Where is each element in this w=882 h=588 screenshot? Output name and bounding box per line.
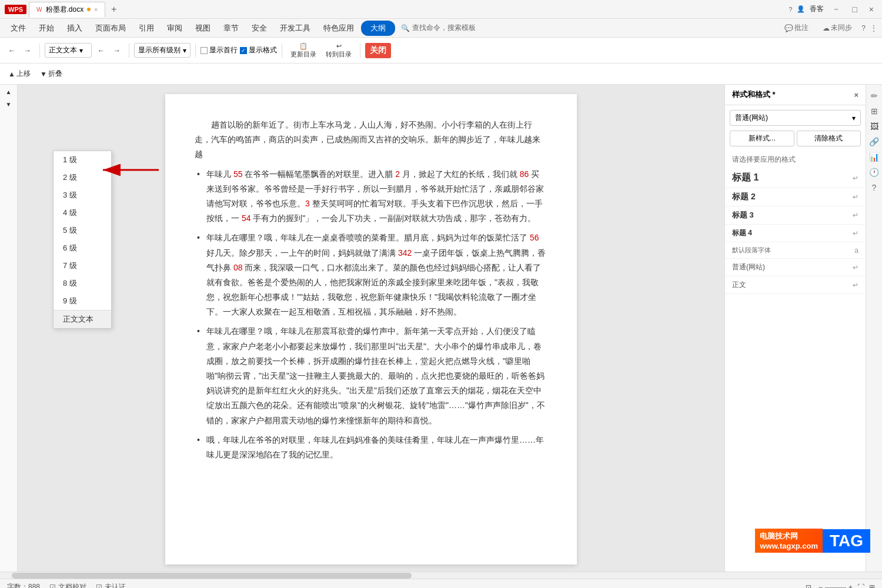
menu-outline[interactable]: 大纲 [361,21,395,36]
document-paper: 趟首以盼的新年近了。街市上车水马龙，人山人海，好不热闹。小小行李箱的人在街上行走… [165,94,577,564]
menu-view[interactable]: 视图 [189,21,216,36]
sidebar-image-icon[interactable]: 🖼 [868,120,881,133]
style-enter-icon-7: ↵ [853,281,858,289]
right-panel-close-button[interactable]: × [854,91,858,99]
outline-level-dropdown[interactable]: 显示所有级别 ▾ [134,43,191,58]
toolbar-forward-btn[interactable]: → [21,45,35,56]
style-enter-icon-2: ↵ [853,193,858,201]
menu-layout[interactable]: 页面布局 [89,21,132,36]
sync-button[interactable]: ☁ 未同步 [818,22,857,34]
sidebar-help-icon[interactable]: ? [868,181,881,194]
menu-special[interactable]: 特色应用 [318,21,360,36]
menu-review[interactable]: 审阅 [161,21,188,36]
level-4-option[interactable]: 4 级 [54,204,111,222]
left-panel-down[interactable]: ▼ [2,99,15,109]
menu-section[interactable]: 章节 [218,21,245,36]
style-normal[interactable]: 普通(网站) ↵ [725,259,866,276]
style-enter-icon-4: ↵ [853,229,858,238]
fullscreen-button[interactable]: ⛶ [857,583,864,589]
show-firstline-checkbox[interactable]: 显示首行 [201,45,238,55]
level-7-option[interactable]: 7 级 [54,257,111,275]
level-5-option[interactable]: 5 级 [54,222,111,239]
fold-button[interactable]: ▼ 折叠 [36,67,66,81]
window-minimize-button[interactable]: － [828,3,844,16]
cert-status[interactable]: ☑ 未认证 [96,582,126,588]
zoom-slider[interactable]: ▬▬▬ [825,583,846,589]
style-h1[interactable]: 标题 1 ↵ [725,168,866,188]
sidebar-table-icon[interactable]: ⊞ [868,105,881,118]
comment-button[interactable]: 💬 批注 [780,22,813,34]
document-area[interactable]: 趟首以盼的新年近了。街市上车水马龙，人山人海，好不热闹。小小行李箱的人在街上行走… [18,85,724,572]
level-9-option[interactable]: 9 级 [54,292,111,310]
level-1-option[interactable]: 1 级 [54,151,111,169]
menu-insert[interactable]: 插入 [61,21,88,36]
zoom-fit-button[interactable]: ⊡ [806,583,814,589]
zoom-out-button[interactable]: − [818,583,823,589]
menu-search[interactable]: 🔍 查找命令，搜索模板 [401,23,476,33]
window-close-button[interactable]: × [866,4,877,15]
close-outline-button[interactable]: 关闭 [365,43,391,58]
menu-security[interactable]: 安全 [246,21,273,36]
help-menu-icon[interactable]: ? [861,24,866,32]
move-up-button[interactable]: ▲ 上移 [5,67,34,81]
level-body-option[interactable]: 正文文本 [54,310,111,328]
promote-level-btn[interactable]: ← [94,45,108,56]
menu-developer[interactable]: 开发工具 [274,21,316,36]
word-count-label: 字数：888 [7,582,40,588]
document-tab[interactable]: W 粉墨君.docx × [29,2,105,17]
fold-icon: ▼ [40,70,47,78]
cert-label: 未认证 [105,582,126,588]
style-h3[interactable]: 标题 3 ↵ [725,206,866,225]
style-select-chevron: ▾ [852,114,856,122]
toolbar-back-btn[interactable]: ← [5,45,19,56]
show-options: 显示首行 ✓ 显示格式 [201,45,277,55]
cert-icon: ☑ [96,583,102,589]
style-h4[interactable]: 标题 4 ↵ [725,225,866,242]
sidebar-clock-icon[interactable]: 🕐 [868,166,881,179]
compare-status[interactable]: ☑ 文档校对 [49,582,86,588]
style-default-font[interactable]: 默认段落字体 a [725,242,866,259]
zoom-controls[interactable]: − ▬▬▬ + [818,583,853,589]
help-icon[interactable]: ? [789,6,792,13]
scroll-thumb[interactable] [12,573,412,579]
doc-icon: W [36,6,42,13]
show-format-checkbox[interactable]: ✓ 显示格式 [240,45,277,55]
goto-toc-button[interactable]: ↩ 转到目录 [322,41,355,61]
style-select-dropdown[interactable]: 普通(网站) ▾ [730,110,861,126]
title-bar: WPS W 粉墨君.docx × + ? 👤 香客 － □ × [0,0,882,19]
style-h4-label: 标题 4 [732,228,752,238]
new-style-button[interactable]: 新样式... [730,131,794,146]
level-6-option[interactable]: 6 级 [54,239,111,257]
menu-references[interactable]: 引用 [133,21,160,36]
more-icon[interactable]: ⋮ [870,24,877,32]
clear-format-button[interactable]: 清除格式 [797,131,861,146]
style-dropdown[interactable]: 正文文本 ▾ [45,43,92,58]
style-h2[interactable]: 标题 2 ↵ [725,188,866,206]
window-restore-button[interactable]: □ [848,4,860,15]
left-panel-up[interactable]: ▲ [2,87,15,97]
sidebar-link-icon[interactable]: 🔗 [868,135,881,148]
level-2-option[interactable]: 2 级 [54,169,111,186]
tab-close-button[interactable]: × [94,6,98,13]
level-8-option[interactable]: 8 级 [54,275,111,292]
sidebar-chart-icon[interactable]: 📊 [868,151,881,163]
style-body[interactable]: 正文 ↵ [725,276,866,294]
zoom-in-button[interactable]: + [848,583,853,589]
horizontal-scrollbar[interactable] [0,572,882,579]
right-panel-title: 样式和格式 * [732,89,776,100]
right-panel-header: 样式和格式 * × [725,85,866,105]
compare-label: 文档校对 [58,582,86,588]
menu-file[interactable]: 文件 [5,21,32,36]
status-right: ⊡ − ▬▬▬ + ⛶ ⊞ [806,583,875,589]
new-tab-button[interactable]: + [106,2,121,17]
demote-level-btn[interactable]: → [110,45,124,56]
menu-start[interactable]: 开始 [33,21,60,36]
sync-label: 未同步 [831,23,852,33]
zoom-fit-icon: ⊡ [806,583,811,589]
outline-dropdown-menu: 1 级 2 级 3 级 4 级 5 级 6 级 7 级 8 级 9 级 正文文本 [53,151,112,329]
update-toc-button[interactable]: 📋 更新目录 [287,41,320,61]
user-icon[interactable]: 👤 [797,5,805,13]
sidebar-edit-icon[interactable]: ✏ [868,89,881,102]
level-3-option[interactable]: 3 级 [54,186,111,204]
view-mode-button[interactable]: ⊞ [869,583,875,589]
